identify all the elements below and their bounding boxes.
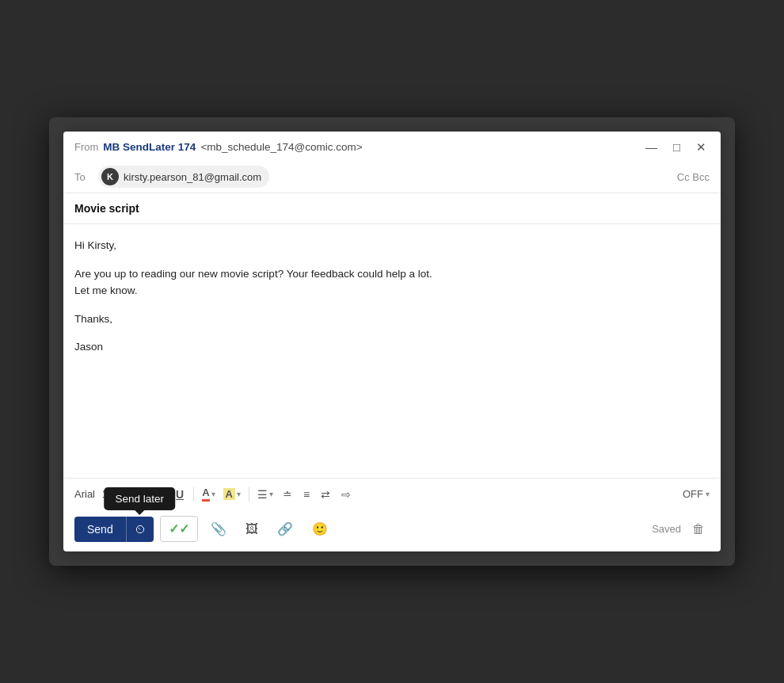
paperclip-icon: 📎 [211, 522, 226, 536]
ordered-list-icon: ≐ [283, 488, 292, 501]
chevron-down-icon-4: ▾ [269, 490, 273, 498]
delete-button[interactable]: 🗑 [687, 517, 710, 541]
recipient-email: kirsty.pearson_81@gmail.com [124, 171, 261, 183]
align-icon: ☰ [257, 488, 268, 501]
insert-link-button[interactable]: 🔗 [271, 517, 299, 541]
chevron-down-icon: ▾ [120, 490, 124, 498]
body-signature: Jason [74, 338, 710, 356]
body-greeting: Hi Kirsty, [74, 237, 710, 254]
send-button-group: Send ⏲ Send later [74, 517, 154, 542]
separator-2 [193, 487, 194, 502]
send-label: Send [87, 523, 113, 536]
separator-1 [132, 487, 133, 502]
font-color-dropdown[interactable]: A ▾ [199, 483, 218, 505]
italic-button[interactable]: I [157, 485, 169, 504]
align-dropdown[interactable]: ☰ ▾ [254, 485, 276, 504]
email-body[interactable]: Hi Kirsty, Are you up to reading our new… [63, 224, 721, 478]
insert-image-button[interactable]: 🖼 [239, 517, 265, 541]
unordered-list-icon: ≡ [303, 488, 310, 501]
body-paragraph: Are you up to reading our new movie scri… [74, 265, 710, 300]
image-icon: 🖼 [245, 522, 258, 536]
subject-text: Movie script [74, 202, 139, 215]
ordered-list-button[interactable]: ≐ [278, 485, 297, 504]
close-button[interactable]: ✕ [693, 139, 710, 155]
bold-button[interactable]: B [138, 485, 155, 504]
action-bar: Send ⏲ Send later ✓✓ 📎 🖼 🔗 [63, 509, 721, 551]
chevron-down-icon-2: ▾ [211, 490, 215, 498]
clock-icon: ⏲ [135, 523, 146, 536]
send-later-tooltip-container: ⏲ Send later [126, 517, 154, 542]
sender-email: <mb_schedule_174@comic.com> [200, 141, 362, 153]
underline-button[interactable]: U [171, 485, 188, 504]
font-size-value: 10 [100, 488, 116, 500]
maximize-button[interactable]: □ [670, 139, 683, 155]
chevron-down-icon-5: ▾ [706, 490, 710, 498]
highlight-color-dropdown[interactable]: A ▾ [220, 485, 244, 503]
from-label: From [74, 141, 98, 153]
font-color-icon: A [202, 486, 209, 502]
separator-3 [249, 487, 249, 502]
chevron-down-icon-3: ▾ [237, 490, 241, 498]
send-button[interactable]: Send [74, 517, 126, 542]
sender-name: MB SendLater 174 [103, 141, 196, 153]
font-name-label: Arial [74, 488, 95, 500]
font-size-box: 10 ▾ [100, 486, 127, 502]
check-button[interactable]: ✓✓ [160, 516, 198, 542]
check-icon: ✓✓ [169, 521, 189, 536]
title-bar: From MB SendLater 174 <mb_schedule_174@c… [63, 132, 721, 161]
unordered-list-button[interactable]: ≡ [299, 485, 314, 504]
insert-emoji-button[interactable]: 🙂 [306, 517, 334, 541]
off-label: OFF [683, 488, 703, 500]
trash-icon: 🗑 [692, 522, 705, 536]
body-thanks: Thanks, [74, 311, 710, 328]
to-row: To K kirsty.pearson_81@gmail.com Cc Bcc [63, 161, 721, 193]
increase-indent-button[interactable]: ⇨ [337, 485, 356, 504]
avatar: K [101, 168, 119, 185]
decrease-indent-button[interactable]: ⇄ [316, 485, 335, 504]
saved-status: Saved [652, 523, 681, 535]
attach-button[interactable]: 📎 [204, 517, 233, 541]
recipient-chip[interactable]: K kirsty.pearson_81@gmail.com [98, 166, 269, 188]
subject-row: Movie script [63, 193, 721, 224]
title-bar-left: From MB SendLater 174 <mb_schedule_174@c… [74, 141, 363, 153]
format-toolbar: Arial 10 ▾ B I U A ▾ A ▾ ☰ ▾ [63, 478, 721, 509]
cc-bcc-button[interactable]: Cc Bcc [677, 171, 710, 183]
link-icon: 🔗 [277, 522, 293, 536]
font-size-dropdown[interactable]: ▾ [117, 486, 127, 502]
highlight-icon: A [223, 488, 235, 500]
off-toggle[interactable]: OFF ▾ [683, 488, 710, 500]
to-label: To [74, 171, 98, 183]
send-later-button[interactable]: ⏲ [126, 517, 154, 542]
emoji-icon: 🙂 [312, 522, 328, 536]
increase-indent-icon: ⇨ [341, 488, 351, 501]
compose-window: From MB SendLater 174 <mb_schedule_174@c… [63, 132, 721, 551]
minimize-button[interactable]: — [642, 139, 660, 155]
decrease-indent-icon: ⇄ [321, 488, 330, 501]
title-bar-controls: — □ ✕ [642, 139, 710, 155]
